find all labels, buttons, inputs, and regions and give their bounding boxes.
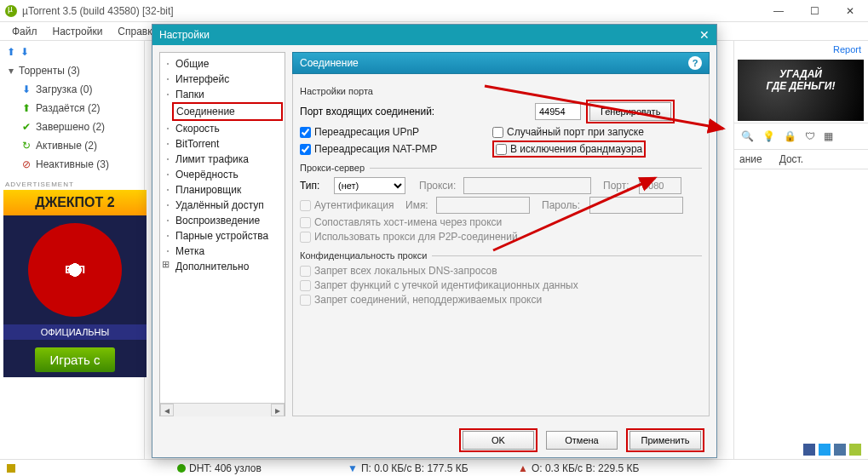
svg-point-1 <box>177 464 186 473</box>
minimize-button[interactable]: — <box>761 0 796 22</box>
tree-labels[interactable]: Метка <box>160 244 285 259</box>
tree-playback[interactable]: Воспроизведение <box>160 213 285 228</box>
auth-label: Аутентификация <box>314 199 394 211</box>
cancel-button[interactable]: Отмена <box>546 431 618 450</box>
close-button[interactable]: ✕ <box>832 0 868 22</box>
proxy-host-input <box>463 177 591 194</box>
dialog-titlebar: Настройки ✕ <box>152 25 716 45</box>
twitter-icon[interactable] <box>819 444 831 456</box>
p2p-checkbox: Использовать прокси для P2P-соединений <box>300 231 702 243</box>
firewall-highlight: В исключения брандмауэра <box>492 141 646 158</box>
collapse-down-icon[interactable]: ⬇ <box>20 46 29 58</box>
search-icon[interactable]: 🔍 <box>741 130 754 142</box>
port-label: Порт входящих соединений: <box>300 106 530 118</box>
tree-paired[interactable]: Парные устройства <box>160 228 285 244</box>
tree-toggle-icon[interactable]: ▾ <box>9 65 14 77</box>
sidebar-item-inactive[interactable]: ⊘ Неактивные (3) <box>3 155 141 174</box>
top-ad[interactable]: УГАДАЙ ГДЕ ДЕНЬГИ! <box>738 60 864 121</box>
vk-icon[interactable] <box>834 444 846 456</box>
collapse-up-icon[interactable]: ⬆ <box>7 46 15 58</box>
settings-tree[interactable]: Общие Интерфейс Папки Соединение Скорост… <box>159 52 285 416</box>
apply-highlight: Применить <box>626 428 704 452</box>
sidebar-item-active[interactable]: ↻ Активные (2) <box>3 136 141 155</box>
port-input[interactable] <box>535 103 581 120</box>
natpmp-check[interactable] <box>300 144 311 155</box>
facebook-icon[interactable] <box>803 444 815 456</box>
sidebar-item-label: Активные (2) <box>36 140 97 152</box>
settings-dialog: Настройки ✕ Общие Интерфейс Папки Соедин… <box>152 24 717 458</box>
sidebar-item-label: Загрузка (0) <box>36 83 93 95</box>
help-icon[interactable]: ? <box>688 56 702 70</box>
report-link[interactable]: Report <box>734 41 868 58</box>
priv1-check <box>300 266 311 277</box>
shield-icon[interactable]: 🛡 <box>805 130 815 142</box>
random-port-check[interactable] <box>492 127 503 138</box>
utorrent-logo-icon <box>5 5 17 17</box>
settings-pane: Соединение ? Настройки порта Порт входящ… <box>292 52 710 416</box>
section-header: Соединение ? <box>292 52 710 74</box>
tree-dirs[interactable]: Папки <box>160 87 285 102</box>
apply-button[interactable]: Применить <box>629 431 701 450</box>
tree-connection[interactable]: Соединение <box>172 102 283 121</box>
dialog-close-button[interactable]: ✕ <box>699 28 710 42</box>
ad-tagline: ОФИЦИАЛЬНЫ <box>3 324 147 340</box>
dialog-title: Настройки <box>159 29 210 41</box>
proxy-type-select[interactable]: (нет) <box>334 177 405 194</box>
ad-headline: ДЖЕКПОТ 2 <box>3 190 147 215</box>
menu-settings[interactable]: Настройки <box>46 24 110 39</box>
auth-check <box>300 200 311 211</box>
sidebar-ad[interactable]: ДЖЕКПОТ 2 ВУЛ ОФИЦИАЛЬНЫ Играть с <box>3 190 147 377</box>
upload-rate: О: 0.3 КБ/с В: 229.5 КБ <box>532 462 639 474</box>
tree-advanced[interactable]: Дополнительно <box>160 259 285 274</box>
firewall-checkbox[interactable]: В исключения брандмауэра <box>496 143 642 155</box>
scroll-left-icon[interactable]: ◂ <box>160 404 174 416</box>
natpmp-checkbox[interactable]: Переадресация NAT-PMP <box>300 143 487 155</box>
sidebar-item-label: Раздаётся (2) <box>36 102 101 114</box>
grid-icon[interactable]: ▦ <box>824 130 833 142</box>
ad-wheel-text: ВУЛ <box>65 264 85 276</box>
sidebar-item-label: Неактивные (3) <box>36 158 109 170</box>
col-header-2[interactable]: Дост. <box>778 150 805 169</box>
sidebar-root[interactable]: ▾ Торренты (3) <box>3 61 141 80</box>
col-header-1[interactable]: ание <box>738 150 764 169</box>
tree-scheduler[interactable]: Планировщик <box>160 182 285 198</box>
menu-file[interactable]: Файл <box>5 24 44 39</box>
social-icons <box>803 444 861 456</box>
tree-general[interactable]: Общие <box>160 56 285 72</box>
android-icon[interactable] <box>849 444 861 456</box>
tree-ui[interactable]: Интерфейс <box>160 72 285 87</box>
generate-button[interactable]: Генерировать <box>589 102 671 121</box>
upnp-check[interactable] <box>300 127 311 138</box>
bulb-icon[interactable]: 💡 <box>762 130 775 142</box>
download-arrow-icon: ▼ <box>348 462 358 474</box>
tree-bandwidth[interactable]: Скорость <box>160 121 285 136</box>
lock-icon[interactable]: 🔒 <box>784 130 796 142</box>
tree-queueing[interactable]: Очерёдность <box>160 167 285 182</box>
sidebar-item-downloading[interactable]: ⬇ Загрузка (0) <box>3 80 141 99</box>
tree-transfer-cap[interactable]: Лимит трафика <box>160 152 285 167</box>
ok-button[interactable]: OK <box>463 431 534 450</box>
pass-input <box>589 197 683 214</box>
ad-cta-button[interactable]: Играть с <box>35 347 116 372</box>
section-title: Соединение <box>300 57 359 69</box>
user-label: Имя: <box>405 199 431 211</box>
tree-bittorrent[interactable]: BitTorrent <box>160 136 285 152</box>
sidebar-item-seeding[interactable]: ⬆ Раздаётся (2) <box>3 99 141 118</box>
upnp-checkbox[interactable]: Переадресация UPnP <box>300 126 487 138</box>
svg-rect-0 <box>7 464 15 473</box>
random-port-checkbox[interactable]: Случайный порт при запуске <box>492 126 644 138</box>
maximize-button[interactable]: ☐ <box>796 0 832 22</box>
firewall-check[interactable] <box>496 144 507 155</box>
sidebar-item-completed[interactable]: ✔ Завершено (2) <box>3 118 141 136</box>
priv2-checkbox: Запрет функций с утечкой идентификационн… <box>300 279 702 291</box>
statusbar: DHT: 406 узлов ▼ П: 0.0 КБ/с В: 177.5 КБ… <box>0 459 868 476</box>
scroll-right-icon[interactable]: ▸ <box>271 404 285 416</box>
natpmp-label: Переадресация NAT-PMP <box>314 143 437 155</box>
tree-h-scrollbar[interactable]: ◂ ▸ <box>160 403 285 416</box>
privacy-group-label: Конфиденциальность прокси <box>300 250 432 261</box>
tree-remote[interactable]: Удалённый доступ <box>160 198 285 213</box>
proxy-type-label: Тип: <box>300 180 329 192</box>
p2p-label: Использовать прокси для P2P-соединений <box>314 231 518 243</box>
ad-wheel-icon: ВУЛ <box>28 223 122 317</box>
priv3-check <box>300 295 311 306</box>
